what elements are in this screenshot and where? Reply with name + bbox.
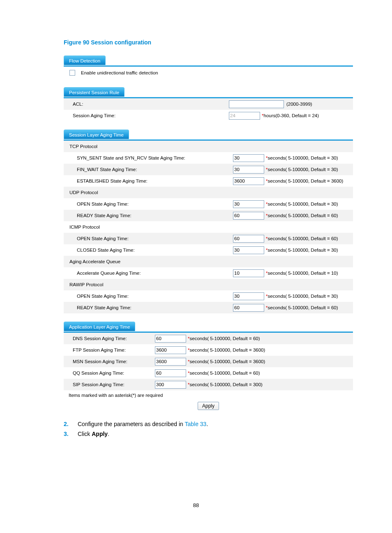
figure-title: Figure 90 Session configuration bbox=[64, 39, 353, 46]
tab-app-layer-aging: Application Layer Aging Time bbox=[64, 322, 135, 331]
rawip-open-label: OPEN State Aging Time: bbox=[77, 294, 233, 299]
tab-persistent-session-rule: Persistent Session Rule bbox=[64, 87, 125, 97]
fin-input[interactable] bbox=[233, 166, 264, 174]
sip-input[interactable] bbox=[155, 381, 186, 389]
icmp-closed-hint: seconds( 5-100000, Default = 30) bbox=[267, 248, 338, 253]
icmp-closed-label: CLOSED State Aging Time: bbox=[77, 248, 233, 253]
qq-hint: seconds( 5-100000, Default = 60) bbox=[189, 371, 260, 375]
acl-hint: (2000-3999) bbox=[286, 102, 312, 107]
est-hint: seconds( 5-100000, Default = 3600) bbox=[267, 178, 343, 183]
group-icmp: ICMP Protocol bbox=[64, 221, 353, 233]
dns-input[interactable] bbox=[155, 335, 186, 343]
qq-input[interactable] bbox=[155, 369, 186, 377]
msn-input[interactable] bbox=[155, 358, 186, 366]
ftp-label: FTP Session Aging Time: bbox=[73, 348, 155, 352]
est-label: ESTABLISHED State Aging Time: bbox=[77, 178, 233, 183]
ftp-hint: seconds( 5-100000, Default = 3600) bbox=[189, 348, 265, 352]
panel-app-layer-aging: Application Layer Aging Time DNS Session… bbox=[64, 321, 353, 390]
session-aging-input[interactable] bbox=[229, 112, 260, 120]
accel-input[interactable] bbox=[233, 269, 264, 277]
fin-hint: seconds( 5-100000, Default = 30) bbox=[267, 167, 338, 172]
fin-label: FIN_WAIT State Aging Time: bbox=[77, 167, 233, 172]
accel-hint: seconds( 5-100000, Default = 10) bbox=[267, 271, 338, 276]
accel-label: Accelerate Queue Aging Time: bbox=[77, 271, 233, 276]
dns-label: DNS Session Aging Time: bbox=[73, 336, 155, 341]
msn-hint: seconds( 5-100000, Default = 3600) bbox=[189, 359, 265, 364]
rawip-open-hint: seconds( 5-100000, Default = 30) bbox=[267, 294, 338, 299]
acl-label: ACL: bbox=[73, 102, 229, 107]
dns-hint: seconds( 5-100000, Default = 60) bbox=[189, 336, 260, 341]
icmp-open-label: OPEN State Aging Time: bbox=[77, 236, 233, 241]
sip-label: SIP Session Aging Time: bbox=[73, 382, 155, 387]
udp-ready-input[interactable] bbox=[233, 212, 264, 220]
session-aging-hint: hours(0-360, Default = 24) bbox=[263, 113, 319, 118]
step-3-number: 3. bbox=[64, 431, 78, 437]
rawip-ready-input[interactable] bbox=[233, 304, 264, 312]
required-note: Items marked with an asterisk(*) are req… bbox=[64, 392, 353, 398]
session-aging-label: Session Aging Time: bbox=[73, 113, 229, 118]
udp-open-hint: seconds( 5-100000, Default = 30) bbox=[267, 202, 338, 206]
msn-label: MSN Session Aging Time: bbox=[73, 359, 155, 364]
icmp-closed-input[interactable] bbox=[233, 246, 264, 254]
syn-label: SYN_SENT State and SYN_RCV State Aging T… bbox=[77, 155, 233, 160]
tab-session-layer-aging: Session Layer Aging Time bbox=[64, 130, 129, 139]
enable-unidirectional-checkbox[interactable] bbox=[69, 70, 75, 76]
group-udp: UDP Protocol bbox=[64, 187, 353, 198]
rawip-ready-label: READY State Aging Time: bbox=[77, 305, 233, 310]
udp-ready-label: READY State Aging Time: bbox=[77, 213, 233, 218]
icmp-open-hint: seconds( 5-100000, Default = 60) bbox=[267, 236, 338, 241]
tab-flow-detection: Flow Detection bbox=[64, 56, 106, 65]
qq-label: QQ Session Aging Time: bbox=[73, 371, 155, 375]
group-rawip: RAWIP Protocol bbox=[64, 279, 353, 290]
rawip-ready-hint: seconds( 5-100000, Default = 60) bbox=[267, 305, 338, 310]
ftp-input[interactable] bbox=[155, 346, 186, 354]
panel-session-layer-aging: Session Layer Aging Time TCP Protocol SY… bbox=[64, 129, 353, 313]
step-2-text: Configure the parameters as described in… bbox=[78, 421, 208, 427]
icmp-open-input[interactable] bbox=[233, 235, 264, 243]
syn-input[interactable] bbox=[233, 154, 264, 162]
step-2-number: 2. bbox=[64, 421, 78, 427]
sip-hint: seconds( 5-100000, Default = 300) bbox=[189, 382, 262, 387]
udp-ready-hint: seconds( 5-100000, Default = 60) bbox=[267, 213, 338, 218]
table-33-link[interactable]: Table 33 bbox=[184, 421, 206, 427]
panel-persistent-session-rule: Persistent Session Rule ACL: (2000-3999)… bbox=[64, 86, 353, 121]
acl-input[interactable] bbox=[229, 100, 284, 108]
group-tcp: TCP Protocol bbox=[64, 141, 353, 152]
est-input[interactable] bbox=[233, 177, 264, 185]
step-3-text: Click Apply. bbox=[78, 431, 109, 437]
enable-unidirectional-label: Enable unidirectional traffic detection bbox=[81, 70, 158, 75]
apply-button[interactable]: Apply bbox=[198, 402, 219, 410]
group-accel: Aging Accelerate Queue bbox=[64, 256, 353, 267]
panel-flow-detection: Flow Detection Enable unidirectional tra… bbox=[64, 55, 353, 79]
rawip-open-input[interactable] bbox=[233, 292, 264, 300]
udp-open-label: OPEN State Aging Time: bbox=[77, 202, 233, 206]
page-number: 88 bbox=[0, 502, 392, 508]
syn-hint: seconds( 5-100000, Default = 30) bbox=[267, 155, 338, 160]
udp-open-input[interactable] bbox=[233, 200, 264, 208]
